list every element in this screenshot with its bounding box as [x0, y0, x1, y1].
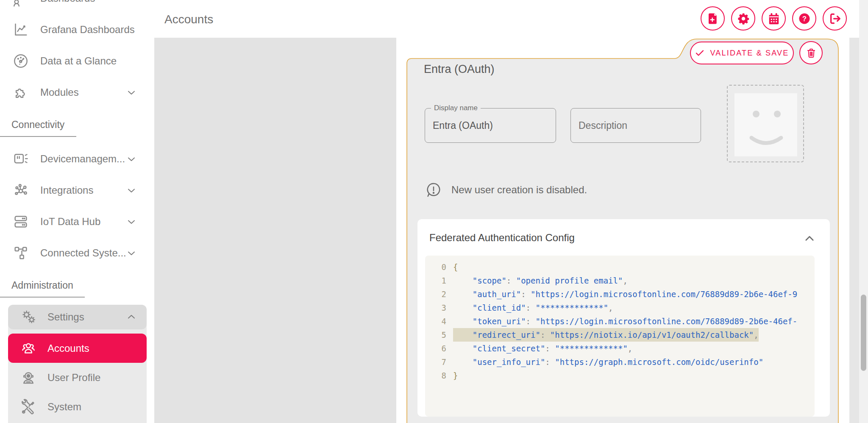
settings-button[interactable] [731, 6, 755, 31]
sidebar-item-accounts[interactable]: Accounts [8, 334, 147, 363]
code-line-0: 0{ [425, 260, 815, 274]
hub-icon [12, 181, 30, 199]
sidebar-item-modules[interactable]: Modules [0, 77, 154, 108]
sidebar-item-system[interactable]: System [8, 392, 147, 421]
sidebar-item-label: IoT Data Hub [40, 216, 100, 228]
sidebar-item-settings[interactable]: Settings [8, 305, 147, 329]
page-scrollbar-track[interactable] [859, 0, 868, 423]
svg-text:?: ? [802, 14, 807, 22]
line-number: 7 [425, 355, 446, 369]
sidebar-item-label: Settings [47, 311, 84, 323]
sidebar-item-connected-syste-[interactable]: Connected Syste... [0, 237, 154, 269]
puzzle-icon [12, 83, 30, 101]
chevron-down-icon [126, 185, 136, 195]
dashboard-icon [12, 0, 30, 7]
json-config-editor[interactable]: 0{1 "scope": "openid profile email",2 "a… [425, 256, 815, 417]
sidebar-item-label: Connected Syste... [40, 247, 126, 259]
sidebar-item-label: Devicemanagem... [40, 153, 125, 165]
sidebar-section-administration: Administration [0, 280, 85, 298]
card-title: Entra (OAuth) [424, 63, 495, 76]
add-document-button[interactable] [701, 6, 725, 31]
federated-auth-title: Federated Authentication Config [429, 232, 575, 244]
sidebar-section-connectivity: Connectivity [0, 119, 76, 137]
code-line-8: 8} [425, 369, 815, 382]
gauge-icon [12, 52, 30, 70]
code-line-content: "client_secret": "*************", [453, 342, 632, 355]
sidebar-item-label: System [47, 401, 81, 413]
sidebar-item-announcements[interactable]: Announcements [8, 421, 147, 423]
header-actions: ? [701, 6, 847, 31]
sidebar-item-label: Integrations [40, 184, 93, 196]
sidebar-item-label: Modules [40, 86, 79, 98]
code-lines: 0{1 "scope": "openid profile email",2 "a… [425, 260, 815, 382]
code-line-content: "client_id": "*************", [453, 301, 613, 314]
line-number: 0 [425, 260, 446, 274]
code-line-5: 5 "redirect_uri": "https://niotix.io/api… [425, 328, 815, 342]
calendar-icon [768, 12, 780, 25]
agent-icon [20, 369, 37, 387]
code-line-content: { [453, 260, 458, 274]
sidebar-item-label: Grafana Dashboards [40, 24, 135, 36]
logout-button[interactable] [823, 6, 847, 31]
gears-icon [20, 308, 38, 326]
code-line-6: 6 "client_secret": "*************", [425, 342, 815, 355]
warning-text: New user creation is disabled. [451, 184, 587, 196]
smiley-icon [734, 93, 797, 156]
sidebar-item-label: Data at a Glance [40, 55, 117, 67]
accounts-list-panel[interactable] [154, 38, 396, 423]
code-line-7: 7 "user_info_uri": "https://graph.micros… [425, 355, 815, 369]
nodes-icon [12, 244, 30, 262]
sidebar-item-iot-data-hub[interactable]: IoT Data Hub [0, 206, 154, 237]
chart-icon [12, 21, 30, 39]
chevron-down-icon [126, 87, 136, 97]
line-number: 8 [425, 369, 446, 382]
sidebar-item-grafana-dashboards[interactable]: Grafana Dashboards [0, 14, 154, 45]
warning-row: New user creation is disabled. [425, 181, 587, 198]
gear-icon [737, 12, 750, 25]
code-line-content: "redirect_uri": "https://niotix.io/api/v… [453, 328, 759, 342]
add-document-icon [707, 12, 719, 25]
help-button[interactable]: ? [792, 6, 816, 31]
sidebar-item-label: Accounts [47, 342, 89, 354]
code-line-4: 4 "token_uri": "https://login.microsofto… [425, 314, 815, 328]
chevron-down-icon [126, 217, 136, 227]
display-name-value: Entra (OAuth) [433, 120, 493, 131]
server-icon [12, 213, 30, 231]
page-scrollbar-thumb[interactable] [861, 295, 866, 371]
calendar-button[interactable] [762, 6, 786, 31]
tools-icon [20, 398, 37, 416]
delete-button[interactable] [799, 41, 823, 64]
sidebar-item-devicemanagem-[interactable]: Devicemanagem... [0, 143, 154, 175]
line-number: 3 [425, 301, 446, 314]
validate-save-button[interactable]: VALIDATE & SAVE [690, 42, 794, 64]
chevron-down-icon [126, 154, 136, 164]
logo-upload-dropzone[interactable] [727, 85, 804, 162]
sidebar-item-integrations[interactable]: Integrations [0, 175, 154, 206]
federated-auth-panel: Federated Authentication Config 0{1 "sco… [417, 219, 830, 417]
panel-scrollbar-track[interactable] [849, 38, 859, 423]
display-name-field[interactable]: Display name Entra (OAuth) [425, 108, 556, 143]
chevron-up-icon [804, 233, 815, 245]
line-number: 2 [425, 287, 446, 301]
code-line-content: } [453, 369, 458, 382]
line-number: 4 [425, 314, 446, 328]
warning-bubble-icon [425, 181, 442, 198]
sidebar-item-data-at-a-glance[interactable]: Data at a Glance [0, 45, 154, 77]
code-line-content: "scope": "openid profile email", [453, 274, 628, 287]
sidebar-group-settings: SettingsAccountsUser ProfileSystemAnnoun… [8, 305, 147, 423]
code-line-content: "token_uri": "https://login.microsoftonl… [453, 314, 797, 328]
description-placeholder: Description [579, 120, 627, 131]
chevron-up-icon [126, 312, 136, 322]
sidebar-item-dashboards[interactable]: Dashboards [0, 0, 154, 14]
sidebar-item-user-profile[interactable]: User Profile [8, 363, 147, 392]
help-icon: ? [798, 12, 811, 25]
sidebar-item-label: User Profile [47, 372, 100, 384]
code-line-1: 1 "scope": "openid profile email", [425, 274, 815, 287]
display-name-label: Display name [431, 104, 481, 112]
code-line-content: "user_info_uri": "https://graph.microsof… [453, 355, 763, 369]
description-field[interactable]: Description [570, 108, 701, 143]
collapse-panel-button[interactable] [804, 233, 815, 245]
code-line-content: "auth_uri": "https://login.microsoftonli… [453, 287, 797, 301]
validate-save-label: VALIDATE & SAVE [710, 49, 789, 58]
line-number: 5 [425, 328, 446, 342]
